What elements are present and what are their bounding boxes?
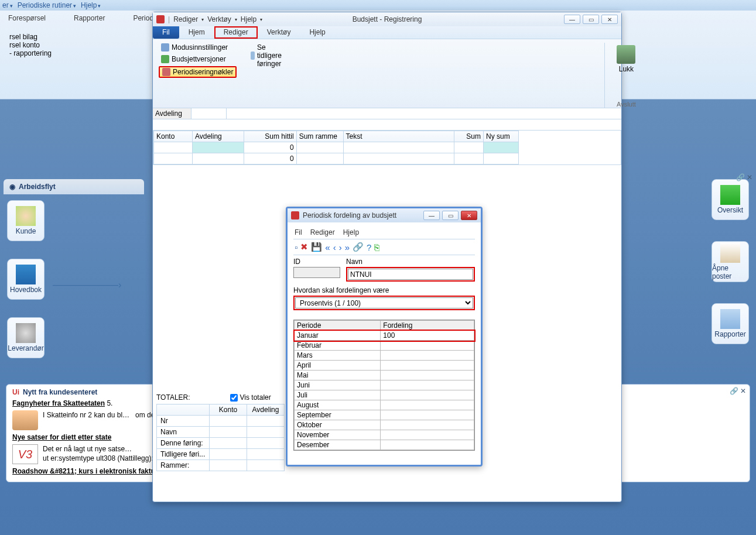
th-konto: Konto: [210, 404, 247, 416]
flow-arrow-icon: ———————›: [53, 280, 121, 290]
ribbon-tabs[interactable]: Fil Hjem Rediger Verktøy Hjelp: [153, 26, 621, 39]
dialog-toolbar[interactable]: ▫ ✖ 💾 « ‹ › » 🔗 ? ⎘: [293, 239, 475, 255]
delete-icon[interactable]: ✖: [300, 242, 308, 252]
col-tekst[interactable]: Tekst: [343, 131, 454, 142]
menu-item[interactable]: Hjelp: [241, 15, 256, 23]
col-sumhittil[interactable]: Sum hittil: [244, 131, 296, 142]
month-row[interactable]: Januar100: [295, 331, 474, 341]
prev-icon[interactable]: ‹: [333, 242, 336, 252]
link-icon[interactable]: 🔗: [353, 242, 364, 252]
save-icon[interactable]: 💾: [311, 242, 322, 252]
month-row[interactable]: Februar: [295, 341, 474, 351]
month-row[interactable]: Juli: [295, 390, 474, 400]
avdeling-filter-input[interactable]: [191, 108, 227, 119]
fordeling-label: Hvordan skal fordelingen være: [293, 286, 475, 294]
col-avdeling[interactable]: Avdeling: [192, 131, 244, 142]
month-row[interactable]: Juni: [295, 380, 474, 390]
pin-icon[interactable]: 🔗 ✕: [736, 173, 752, 181]
vis-totaler-checkbox[interactable]: [230, 394, 238, 402]
row-denne: Denne føring:: [157, 438, 210, 449]
book-icon: [16, 265, 36, 284]
col-nysum[interactable]: Ny sum: [484, 131, 519, 142]
link[interactable]: rsel konto: [9, 41, 156, 49]
link[interactable]: rsel bilag: [9, 33, 156, 41]
navn-field[interactable]: [348, 269, 473, 280]
modus-button[interactable]: Modusinnstillinger: [159, 43, 237, 52]
apne-poster-card[interactable]: Åpne poster: [711, 241, 749, 282]
row-rammer: Rammer:: [157, 460, 210, 471]
row-navn: Navn: [157, 427, 210, 438]
menu-item[interactable]: er: [1, 1, 14, 9]
oversikt-card[interactable]: Oversikt: [711, 179, 749, 220]
hjem-tab[interactable]: Hjem: [179, 26, 214, 39]
menu-item[interactable]: Periodiske rutiner: [16, 1, 77, 9]
se-tidligere-button[interactable]: Se tidligere føringer: [248, 43, 288, 68]
app-icon: [291, 211, 299, 220]
tab[interactable]: Rapporter: [71, 13, 107, 23]
title-bar[interactable]: | Rediger▾ Verktøy▾ Hjelp▾ Budsjett - Re…: [153, 12, 621, 26]
hovedbok-card[interactable]: Hovedbok: [7, 259, 45, 300]
month-row[interactable]: November: [295, 430, 474, 440]
close-button[interactable]: ✕: [601, 15, 618, 24]
last-icon[interactable]: »: [345, 242, 350, 252]
menu-item[interactable]: Hjelp: [80, 1, 102, 9]
col-konto[interactable]: Konto: [154, 131, 193, 142]
rediger-tab[interactable]: Rediger: [214, 26, 258, 39]
exit-icon[interactable]: ⎘: [374, 242, 379, 252]
lukk-button[interactable]: Lukk: [611, 43, 641, 76]
hjelp-tab[interactable]: Hjelp: [300, 26, 334, 39]
versions-icon: [161, 55, 169, 63]
menu-fil[interactable]: Fil: [295, 228, 302, 236]
col-fordeling: Fordeling: [381, 321, 474, 331]
id-field[interactable]: [293, 267, 340, 278]
menu-item[interactable]: Verktøy: [207, 15, 231, 23]
bg-topmenu[interactable]: er Periodiske rutiner Hjelp: [0, 0, 756, 11]
id-label: ID: [293, 258, 340, 266]
dialog-menu[interactable]: Fil Rediger Hjelp: [293, 226, 475, 239]
help-icon[interactable]: ?: [367, 242, 371, 252]
budsjettversjoner-button[interactable]: Budsjettversjoner: [159, 54, 237, 64]
grid-row[interactable]: 0: [154, 142, 519, 153]
person-icon: [16, 323, 36, 343]
fordeling-select[interactable]: Prosentvis (1 / 100): [295, 297, 473, 308]
month-row[interactable]: Mars: [295, 351, 474, 361]
periodisk-fordeling-dialog: Periodisk fordeling av budsjett — ▭ ✕ Fi…: [286, 207, 483, 467]
new-icon[interactable]: ▫: [295, 242, 297, 252]
pin-icon[interactable]: 🔗 ✕: [730, 387, 746, 395]
col-sum[interactable]: Sum: [454, 131, 484, 142]
budget-grid[interactable]: Konto Avdeling Sum hittil Sum ramme Teks…: [153, 130, 621, 165]
close-button[interactable]: ✕: [461, 211, 477, 220]
month-row[interactable]: Desember: [295, 440, 474, 450]
minimize-button[interactable]: —: [564, 15, 580, 24]
news-link[interactable]: Fagnyheter fra Skatteetaten: [12, 399, 105, 407]
month-row[interactable]: August: [295, 400, 474, 410]
month-row[interactable]: Oktober: [295, 420, 474, 430]
periodiseringnokler-button[interactable]: Periodiseringnøkler: [159, 66, 237, 78]
grid-row[interactable]: 0: [154, 153, 519, 164]
month-row[interactable]: Mai: [295, 371, 474, 380]
link[interactable]: - rapportering: [9, 49, 156, 57]
menu-item[interactable]: Rediger: [173, 15, 198, 23]
verktoy-tab[interactable]: Verktøy: [258, 26, 300, 39]
fil-tab[interactable]: Fil: [153, 26, 179, 39]
dialog-titlebar[interactable]: Periodisk fordeling av budsjett — ▭ ✕: [288, 208, 481, 222]
maximize-button[interactable]: ▭: [583, 15, 599, 24]
kunde-card[interactable]: Kunde: [7, 200, 45, 241]
checkmark-icon: [720, 185, 740, 205]
leverandor-card[interactable]: Leverandør: [7, 317, 45, 358]
col-sumramme[interactable]: Sum ramme: [296, 131, 343, 142]
month-row[interactable]: April: [295, 361, 474, 371]
months-table[interactable]: PeriodeFordeling Januar100 Februar Mars …: [293, 320, 475, 451]
next-icon[interactable]: ›: [339, 242, 342, 252]
rapporter-card[interactable]: Rapporter: [711, 303, 749, 344]
menu-rediger[interactable]: Rediger: [310, 228, 335, 236]
first-icon[interactable]: «: [325, 242, 330, 252]
maximize-button[interactable]: ▭: [442, 211, 459, 220]
month-row[interactable]: September: [295, 410, 474, 420]
menu-hjelp[interactable]: Hjelp: [343, 228, 359, 236]
news-link[interactable]: Nye satser for diett etter state: [12, 433, 111, 441]
avdeling-filter-label: Avdeling: [153, 108, 191, 119]
door-icon: [617, 45, 635, 64]
tab[interactable]: Forespørsel: [6, 13, 48, 23]
minimize-button[interactable]: —: [423, 211, 440, 220]
